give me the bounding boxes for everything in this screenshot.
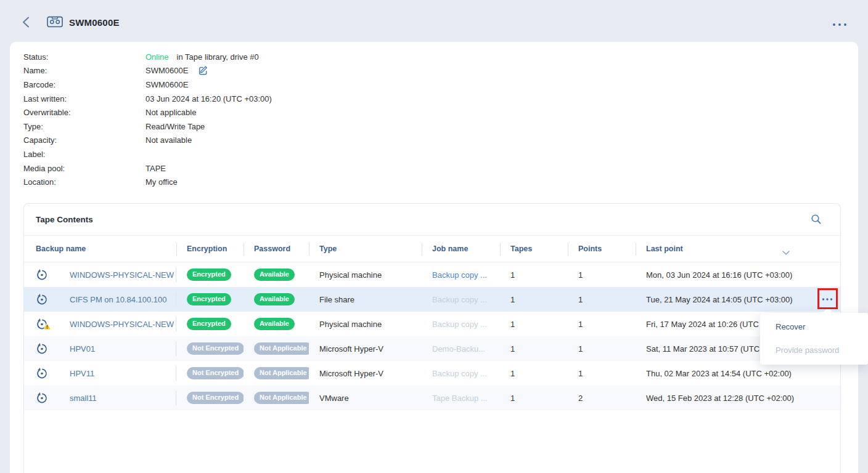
password-badge: Not Applicable xyxy=(254,392,309,404)
encryption-badge: Encrypted xyxy=(187,293,231,305)
points-count: 1 xyxy=(568,336,636,361)
job-name-link[interactable]: Backup copy ... xyxy=(432,295,487,304)
detail-row-last-written: Last written: 03 Jun 2024 at 16:20 (UTC … xyxy=(23,92,272,106)
detail-row-status: Status: Online in Tape library, drive #0 xyxy=(23,50,272,64)
detail-value: Not applicable xyxy=(145,108,196,117)
search-icon[interactable] xyxy=(809,212,824,227)
row-actions-ellipsis-button[interactable] xyxy=(819,292,835,307)
encryption-badge: Not Encrypted xyxy=(187,342,244,355)
detail-label: Label: xyxy=(23,150,145,159)
detail-value: SWM0600E xyxy=(145,66,188,75)
backup-name[interactable]: HPV11 xyxy=(70,369,94,378)
backup-type: File share xyxy=(309,287,422,312)
sort-chevron-down-icon[interactable] xyxy=(782,247,790,258)
backup-history-icon xyxy=(36,269,48,281)
table-row[interactable]: WINDOWS-PHYSICAL-NEW Encrypted Available… xyxy=(24,312,840,336)
header-more-button[interactable] xyxy=(832,18,847,23)
detail-label: Status: xyxy=(23,52,145,62)
points-count: 1 xyxy=(568,312,636,336)
status-note: in Tape library, drive #0 xyxy=(177,52,259,62)
detail-row-name: Name: SWM0600E xyxy=(23,64,272,78)
points-count: 1 xyxy=(568,361,636,386)
tapes-count: 1 xyxy=(500,336,568,361)
table-row[interactable]: CIFS PM on 10.84.100.100 Encrypted Avail… xyxy=(24,287,840,312)
edit-name-icon[interactable] xyxy=(198,65,209,76)
table-row[interactable]: small11 Not Encrypted.. Not Applicable. … xyxy=(24,386,840,410)
detail-row-barcode: Barcode: SWM0600E xyxy=(23,78,272,92)
tapes-count: 1 xyxy=(500,312,568,336)
password-badge: Not Applicable xyxy=(254,367,309,379)
detail-label: Media pool: xyxy=(23,164,145,173)
password-badge: Available xyxy=(254,318,295,330)
encryption-badge: Not Encrypted xyxy=(187,367,244,379)
backup-name[interactable]: WINDOWS-PHYSICAL-NEW xyxy=(70,270,174,280)
encryption-badge: Encrypted xyxy=(187,318,231,330)
detail-value: SWM0600E xyxy=(145,80,188,89)
backup-type: Microsoft Hyper-V xyxy=(309,361,422,386)
last-point: Tue, 21 May 2024 at 14:05 (UTC +03:00) xyxy=(636,287,840,312)
menu-item-provide-password[interactable]: Provide password xyxy=(760,338,868,362)
detail-label: Name: xyxy=(23,66,145,75)
column-header-encryption[interactable]: Encryption xyxy=(176,236,244,262)
backup-type: Physical machine xyxy=(309,312,422,336)
job-name-link[interactable]: Backup copy ... xyxy=(432,369,487,378)
detail-row-location: Location: My office xyxy=(23,175,272,189)
context-menu-caret xyxy=(822,308,833,313)
job-name-link[interactable]: Backup copy ... xyxy=(432,320,487,329)
tape-cassette-icon xyxy=(47,15,63,31)
detail-label: Capacity: xyxy=(23,135,145,145)
column-header-password[interactable]: Password xyxy=(244,236,309,262)
detail-label: Type: xyxy=(23,122,145,131)
tapes-count: 1 xyxy=(500,361,568,386)
password-badge: Available xyxy=(254,293,295,305)
points-count: 1 xyxy=(568,262,636,287)
detail-row-label: Label: xyxy=(23,147,272,161)
detail-label: Location: xyxy=(23,177,145,187)
detail-value: TAPE xyxy=(145,164,166,173)
last-point: Wed, 15 Feb 2023 at 12:28 (UTC +02:00) xyxy=(636,386,840,410)
detail-label: Last written: xyxy=(23,94,145,103)
detail-value: 03 Jun 2024 at 16:20 (UTC +03:00) xyxy=(145,94,272,103)
back-button[interactable] xyxy=(22,17,31,28)
status-badge: Online xyxy=(145,52,169,62)
backup-type: Physical machine xyxy=(309,262,422,287)
job-name-link[interactable]: Demo-Backu... xyxy=(432,344,485,354)
table-row[interactable]: WINDOWS-PHYSICAL-NEW Encrypted Available… xyxy=(24,262,840,287)
column-header-job-name[interactable]: Job name xyxy=(422,236,500,262)
last-point: Thu, 02 Mar 2023 at 14:54 (UTC +02:00) xyxy=(636,361,840,386)
table-row[interactable]: HPV01 Not Encrypted.. Not Applicable. Mi… xyxy=(24,336,840,361)
backup-name[interactable]: small11 xyxy=(70,394,97,403)
menu-item-recover[interactable]: Recover xyxy=(760,315,868,338)
column-header-backup-name[interactable]: Backup name xyxy=(24,236,176,262)
job-name-link[interactable]: Backup copy ... xyxy=(432,270,487,280)
card-header: Tape Contents xyxy=(24,204,840,236)
context-menu: Recover Provide password xyxy=(760,313,868,365)
column-header-last-point[interactable]: Last point xyxy=(636,236,840,262)
detail-label: Barcode: xyxy=(23,80,145,89)
last-point: Mon, 03 Jun 2024 at 16:16 (UTC +03:00) xyxy=(636,262,840,287)
column-header-tapes[interactable]: Tapes xyxy=(500,236,568,262)
tape-contents-card: Tape Contents Backup name Encryption Pas… xyxy=(23,203,841,473)
column-header-points[interactable]: Points xyxy=(568,236,636,262)
detail-row-overwritable: Overwritable: Not applicable xyxy=(23,105,272,119)
main-panel: Status: Online in Tape library, drive #0… xyxy=(10,42,858,473)
job-name-link[interactable]: Tape Backup ... xyxy=(432,394,488,403)
table-row[interactable]: HPV11 Not Encrypted.. Not Applicable. Mi… xyxy=(24,361,840,386)
tapes-count: 1 xyxy=(500,287,568,312)
backup-name[interactable]: CIFS PM on 10.84.100.100 xyxy=(70,295,167,304)
column-header-type[interactable]: Type xyxy=(309,236,422,262)
password-badge: Not Applicable xyxy=(254,342,309,355)
detail-value: My office xyxy=(145,177,178,187)
encryption-badge: Encrypted xyxy=(187,269,231,281)
points-count: 1 xyxy=(568,287,636,312)
backup-type: Microsoft Hyper-V xyxy=(309,336,422,361)
backup-name[interactable]: WINDOWS-PHYSICAL-NEW xyxy=(70,320,174,329)
backup-history-icon xyxy=(36,318,48,330)
backup-type: VMware xyxy=(309,386,422,410)
backup-history-icon xyxy=(36,367,48,379)
top-header: SWM0600E xyxy=(0,0,868,42)
backup-name[interactable]: HPV01 xyxy=(70,344,95,354)
table-header-row: Backup name Encryption Password Type Job… xyxy=(24,236,840,262)
points-count: 2 xyxy=(568,386,636,410)
detail-value: Read/Write Tape xyxy=(145,122,205,131)
